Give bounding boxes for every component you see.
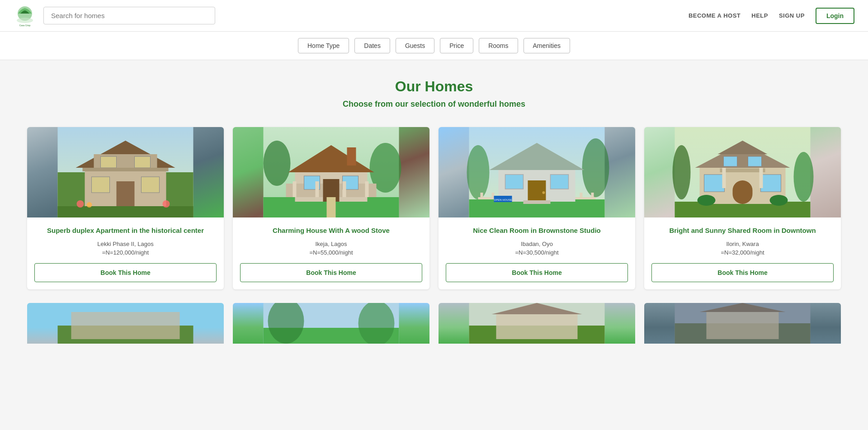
header-nav: BECOME A HOST HELP SIGN UP Login	[689, 8, 854, 24]
home-card-body-1: Superb duplex Apartment in the historica…	[27, 217, 224, 289]
svg-point-36	[582, 138, 609, 197]
home-card-2: Charming House With A wood Stove Ikeja, …	[233, 127, 429, 289]
svg-rect-65	[748, 156, 762, 166]
header: Casa Crisp BECOME A HOST HELP SIGN UP Lo…	[0, 0, 868, 32]
svg-rect-11	[142, 177, 160, 193]
filter-price[interactable]: Price	[440, 38, 473, 53]
svg-rect-63	[720, 169, 765, 172]
peek-card-1	[27, 303, 224, 344]
svg-rect-13	[83, 168, 169, 171]
svg-rect-72	[760, 168, 763, 188]
svg-point-19	[264, 141, 291, 186]
home-price-1: =N=120,000/night	[34, 249, 217, 256]
svg-point-1	[17, 18, 33, 23]
book-button-1[interactable]: Book This Home	[34, 263, 217, 282]
svg-rect-49	[528, 180, 546, 202]
svg-rect-71	[722, 168, 726, 188]
svg-rect-51	[524, 200, 551, 204]
book-button-4[interactable]: Book This Home	[651, 263, 834, 282]
sign-up-link[interactable]: SIGN UP	[779, 12, 805, 19]
home-card-3: OPEN HOUSE Nice Clean Room in Brownstone…	[439, 127, 635, 289]
svg-text:OPEN HOUSE: OPEN HOUSE	[494, 198, 512, 201]
book-button-3[interactable]: Book This Home	[446, 263, 628, 282]
home-location-3: Ibadan, Oyo	[446, 241, 628, 247]
svg-rect-82	[496, 314, 578, 339]
home-location-1: Lekki Phase II, Lagos	[34, 241, 217, 247]
peek-row	[27, 303, 841, 344]
home-card-1: Superb duplex Apartment in the historica…	[27, 127, 224, 289]
home-price-2: =N=55,000/night	[240, 249, 422, 256]
svg-point-16	[87, 202, 92, 208]
svg-point-15	[77, 200, 84, 208]
filter-bar: Home Type Dates Guests Price Rooms Ameni…	[0, 32, 868, 60]
svg-point-79	[359, 303, 395, 344]
home-title-4: Bright and Sunny Shared Room in Downtown	[651, 226, 834, 235]
home-title-1: Superb duplex Apartment in the historica…	[34, 226, 217, 235]
svg-point-56	[794, 152, 814, 202]
filter-home-type[interactable]: Home Type	[298, 38, 349, 53]
svg-rect-29	[293, 181, 297, 197]
svg-point-17	[163, 200, 170, 208]
login-button[interactable]: Login	[816, 8, 854, 24]
svg-rect-14	[58, 206, 193, 217]
homes-grid: Superb duplex Apartment in the historica…	[27, 127, 841, 289]
svg-rect-12	[117, 181, 135, 208]
home-image-1	[27, 127, 224, 217]
filter-guests[interactable]: Guests	[396, 38, 434, 53]
svg-text:Casa Crisp: Casa Crisp	[19, 24, 31, 27]
svg-rect-67	[761, 175, 781, 192]
logo-icon: Casa Crisp	[14, 5, 36, 27]
header-left: Casa Crisp	[14, 5, 215, 27]
svg-rect-86	[707, 312, 779, 339]
svg-rect-25	[347, 147, 356, 165]
home-price-4: =N=32,000/night	[651, 249, 834, 256]
svg-point-55	[673, 145, 691, 199]
svg-rect-66	[704, 175, 725, 192]
svg-rect-31	[343, 181, 346, 197]
section-title: Our Homes	[27, 78, 841, 95]
home-price-3: =N=30,500/night	[446, 249, 628, 256]
svg-rect-47	[505, 175, 524, 189]
home-image-3: OPEN HOUSE	[439, 127, 635, 217]
svg-rect-32	[365, 181, 369, 197]
home-title-3: Nice Clean Room in Brownstone Studio	[446, 226, 628, 235]
svg-rect-10	[92, 177, 110, 193]
svg-point-70	[770, 195, 788, 206]
svg-rect-30	[316, 181, 319, 197]
peek-card-4	[644, 303, 841, 344]
help-link[interactable]: HELP	[751, 12, 768, 19]
svg-rect-68	[733, 180, 753, 204]
svg-rect-75	[71, 312, 180, 339]
search-input[interactable]	[43, 7, 215, 24]
home-image-2	[233, 127, 429, 217]
home-card-body-3: Nice Clean Room in Brownstone Studio Iba…	[439, 217, 635, 289]
home-card-body-2: Charming House With A wood Stove Ikeja, …	[233, 217, 429, 289]
svg-rect-9	[135, 156, 151, 168]
main-content: Our Homes Choose from our selection of w…	[0, 60, 868, 362]
filter-rooms[interactable]: Rooms	[479, 38, 518, 53]
logo: Casa Crisp	[14, 5, 36, 27]
home-card-body-4: Bright and Sunny Shared Room in Downtown…	[644, 217, 841, 289]
home-card-4: Bright and Sunny Shared Room in Downtown…	[644, 127, 841, 289]
peek-card-2	[233, 303, 429, 344]
svg-rect-48	[551, 175, 569, 189]
become-host-link[interactable]: BECOME A HOST	[689, 12, 741, 19]
peek-card-3	[439, 303, 635, 344]
svg-point-50	[542, 191, 545, 194]
svg-point-35	[467, 145, 490, 199]
home-location-4: Ilorin, Kwara	[651, 241, 834, 247]
book-button-2[interactable]: Book This Home	[240, 263, 422, 282]
svg-rect-33	[327, 197, 336, 217]
filter-amenities[interactable]: Amenities	[524, 38, 570, 53]
filter-dates[interactable]: Dates	[354, 38, 390, 53]
home-title-2: Charming House With A wood Stove	[240, 226, 422, 235]
svg-rect-8	[101, 156, 117, 168]
svg-rect-58	[675, 202, 811, 217]
home-location-2: Ikeja, Lagos	[240, 241, 422, 247]
svg-point-69	[698, 195, 716, 206]
home-image-4	[644, 127, 841, 217]
section-subtitle: Choose from our selection of wonderful h…	[27, 99, 841, 109]
svg-rect-64	[724, 156, 737, 166]
